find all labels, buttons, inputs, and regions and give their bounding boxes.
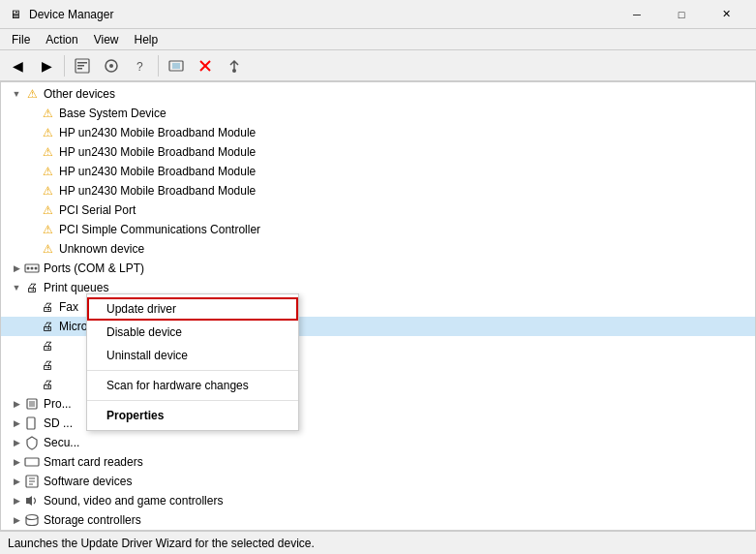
tree-item-other-devices[interactable]: ▼ ⚠ Other devices <box>1 84 755 104</box>
hp4-label: HP un2430 Mobile Broadband Module <box>59 184 256 198</box>
smart-card-label: Smart card readers <box>44 455 143 469</box>
menu-file[interactable]: File <box>4 31 38 48</box>
hp2-label: HP un2430 Mobile Broadband Module <box>59 145 256 159</box>
tree-item-hp1[interactable]: ⚠ HP un2430 Mobile Broadband Module <box>1 123 755 142</box>
expand-placeholder <box>24 319 40 334</box>
properties-button[interactable] <box>69 53 96 78</box>
context-menu-sep1 <box>87 370 298 371</box>
tree-item-ports[interactable]: ▶ Ports (COM & LPT) <box>1 259 755 278</box>
smart-card-icon <box>24 454 40 470</box>
expand-placeholder <box>24 377 40 392</box>
svg-rect-1 <box>77 62 87 64</box>
printer3-icon: 🖨 <box>40 338 55 354</box>
ports-expand-icon[interactable]: ▶ <box>9 261 24 276</box>
help-button[interactable]: ? <box>127 53 154 78</box>
svg-point-11 <box>232 69 236 73</box>
processors-label: Pro... <box>44 397 72 411</box>
device-manager-button[interactable] <box>163 53 190 78</box>
storage-expand-icon[interactable]: ▶ <box>9 512 24 528</box>
software-label: Software devices <box>44 475 132 488</box>
context-menu-uninstall-device[interactable]: Uninstall device <box>87 344 298 367</box>
expand-placeholder <box>24 125 40 140</box>
app-icon: 🖥 <box>8 7 23 22</box>
tree-item-base-system[interactable]: ⚠ Base System Device <box>1 104 755 123</box>
security-expand-icon[interactable]: ▶ <box>9 435 24 450</box>
tree-item-hp3[interactable]: ⚠ HP un2430 Mobile Broadband Module <box>1 162 755 181</box>
svg-rect-19 <box>25 458 39 466</box>
context-menu-scan-hardware[interactable]: Scan for hardware changes <box>87 374 298 397</box>
expand-placeholder <box>24 106 40 121</box>
print-queues-icon: 🖨 <box>24 280 40 295</box>
svg-point-15 <box>35 267 38 270</box>
context-menu-update-driver[interactable]: Update driver <box>87 297 298 321</box>
print-queues-label: Print queues <box>44 281 108 294</box>
pci-simple-label: PCI Simple Communications Controller <box>59 223 260 236</box>
expand-placeholder <box>24 357 40 373</box>
expand-placeholder <box>24 144 40 160</box>
print-queues-expand-icon[interactable]: ▼ <box>9 280 24 295</box>
maximize-button[interactable]: □ <box>659 0 704 29</box>
tree-item-security[interactable]: ▶ Secu... <box>1 433 755 452</box>
fax-icon: 🖨 <box>40 299 55 315</box>
tree-item-sound[interactable]: ▶ Sound, video and game controllers <box>1 491 755 510</box>
tree-item-hp2[interactable]: ⚠ HP un2430 Mobile Broadband Module <box>1 142 755 162</box>
fax-label: Fax <box>59 300 78 314</box>
tree-item-software[interactable]: ▶ Software devices <box>1 472 755 491</box>
pci-serial-icon: ⚠ <box>40 202 55 218</box>
svg-point-5 <box>109 64 113 68</box>
tree-item-smart-card[interactable]: ▶ Smart card readers <box>1 452 755 472</box>
menu-action[interactable]: Action <box>38 31 85 48</box>
tree-item-pci-simple[interactable]: ⚠ PCI Simple Communications Controller <box>1 220 755 239</box>
expand-placeholder <box>24 222 40 237</box>
context-menu-properties[interactable]: Properties <box>87 404 298 427</box>
hp3-icon: ⚠ <box>40 164 55 179</box>
tree-item-pci-serial[interactable]: ⚠ PCI Serial Port <box>1 200 755 220</box>
hp1-label: HP un2430 Mobile Broadband Module <box>59 126 256 139</box>
software-icon <box>24 474 40 489</box>
context-menu-disable-device[interactable]: Disable device <box>87 321 298 344</box>
close-button[interactable]: ✕ <box>704 0 748 29</box>
minimize-button[interactable]: ─ <box>615 0 659 29</box>
svg-point-14 <box>31 267 34 270</box>
tree-item-hp4[interactable]: ⚠ HP un2430 Mobile Broadband Module <box>1 181 755 200</box>
printer5-icon: 🖨 <box>40 377 55 392</box>
uninstall-button[interactable] <box>192 53 219 78</box>
ms-pdf-icon: 🖨 <box>40 319 55 334</box>
base-system-label: Base System Device <box>59 107 166 120</box>
tree-item-unknown[interactable]: ⚠ Unknown device <box>1 239 755 259</box>
back-button[interactable]: ◀ <box>4 53 31 78</box>
status-bar: Launches the Update Driver Wizard for th… <box>0 531 756 554</box>
context-menu: Update driver Disable device Uninstall d… <box>86 293 299 431</box>
menu-help[interactable]: Help <box>127 31 166 48</box>
toolbar-sep-1 <box>64 55 65 77</box>
expand-placeholder <box>24 241 40 257</box>
svg-rect-2 <box>77 65 84 67</box>
expand-placeholder <box>24 299 40 315</box>
hp4-icon: ⚠ <box>40 183 55 199</box>
update-button[interactable] <box>221 53 248 78</box>
sound-expand-icon[interactable]: ▶ <box>9 493 24 508</box>
svg-rect-17 <box>29 401 35 407</box>
context-menu-sep2 <box>87 400 298 401</box>
menu-view[interactable]: View <box>86 31 127 48</box>
storage-label: Storage controllers <box>44 513 141 527</box>
tree-item-storage[interactable]: ▶ Storage controllers <box>1 510 755 530</box>
scan-button[interactable] <box>98 53 125 78</box>
hp3-label: HP un2430 Mobile Broadband Module <box>59 165 256 178</box>
unknown-icon: ⚠ <box>40 241 55 257</box>
svg-point-13 <box>27 267 30 270</box>
unknown-label: Unknown device <box>59 242 144 256</box>
sd-expand-icon[interactable]: ▶ <box>9 416 24 431</box>
forward-button[interactable]: ▶ <box>33 53 60 78</box>
title-bar: 🖥 Device Manager ─ □ ✕ <box>0 0 756 29</box>
ports-icon <box>24 261 40 276</box>
sd-label: SD ... <box>44 416 73 430</box>
toolbar-sep-2 <box>158 55 159 77</box>
processors-expand-icon[interactable]: ▶ <box>9 396 24 412</box>
expand-icon[interactable]: ▼ <box>9 86 24 102</box>
pci-serial-label: PCI Serial Port <box>59 203 136 217</box>
software-expand-icon[interactable]: ▶ <box>9 474 24 489</box>
security-icon <box>24 435 40 450</box>
smart-card-expand-icon[interactable]: ▶ <box>9 454 24 470</box>
svg-text:?: ? <box>136 60 143 74</box>
